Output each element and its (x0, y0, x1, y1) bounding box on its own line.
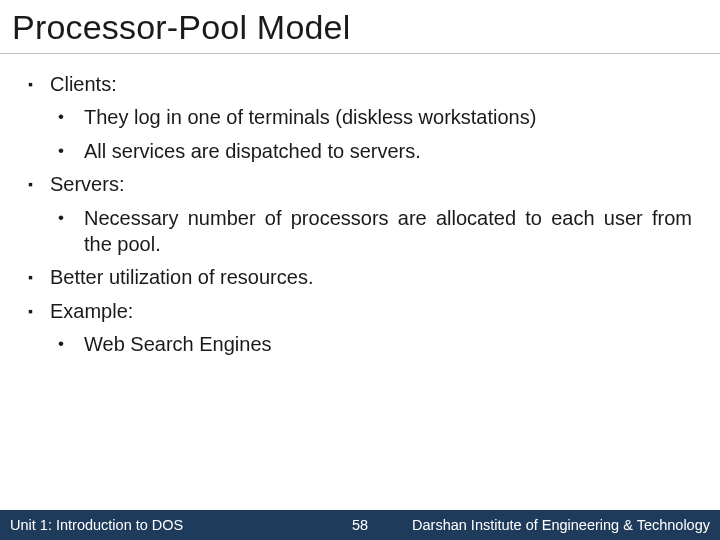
square-bullet-icon: ▪ (28, 71, 50, 97)
sub-bullet: • All services are dispatched to servers… (58, 138, 692, 164)
slide-content: ▪ Clients: • They log in one of terminal… (0, 54, 720, 358)
slide-footer: Unit 1: Introduction to DOS 58 Darshan I… (0, 510, 720, 540)
bullet-servers: ▪ Servers: (28, 171, 692, 197)
bullet-text: Servers: (50, 171, 692, 197)
square-bullet-icon: ▪ (28, 264, 50, 290)
sub-bullet: • Necessary number of processors are all… (58, 205, 692, 258)
bullet-text: All services are dispatched to servers. (84, 138, 692, 164)
square-bullet-icon: ▪ (28, 298, 50, 324)
slide: Processor-Pool Model ▪ Clients: • They l… (0, 0, 720, 540)
bullet-text: Better utilization of resources. (50, 264, 692, 290)
dot-bullet-icon: • (58, 205, 84, 258)
bullet-text: They log in one of terminals (diskless w… (84, 104, 692, 130)
bullet-clients: ▪ Clients: (28, 71, 692, 97)
footer-unit: Unit 1: Introduction to DOS (10, 517, 183, 533)
sub-bullet: • They log in one of terminals (diskless… (58, 104, 692, 130)
dot-bullet-icon: • (58, 138, 84, 164)
slide-title: Processor-Pool Model (0, 0, 720, 54)
footer-page-number: 58 (335, 517, 385, 533)
bullet-text: Web Search Engines (84, 331, 692, 357)
bullet-text: Clients: (50, 71, 692, 97)
square-bullet-icon: ▪ (28, 171, 50, 197)
bullet-text: Example: (50, 298, 692, 324)
bullet-text: Necessary number of processors are alloc… (84, 205, 692, 258)
dot-bullet-icon: • (58, 104, 84, 130)
footer-institute: Darshan Institute of Engineering & Techn… (183, 517, 710, 533)
sub-bullet: • Web Search Engines (58, 331, 692, 357)
dot-bullet-icon: • (58, 331, 84, 357)
bullet-better-utilization: ▪ Better utilization of resources. (28, 264, 692, 290)
bullet-example: ▪ Example: (28, 298, 692, 324)
